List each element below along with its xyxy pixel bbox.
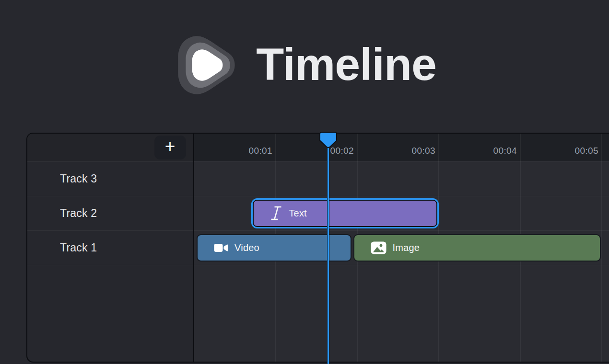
playhead-marker-icon[interactable] — [319, 132, 337, 148]
clips-layer: TextVideoImage — [27, 134, 609, 362]
clip-text[interactable]: Text — [253, 200, 437, 227]
clip-label: Video — [234, 242, 259, 253]
play-logo-icon — [173, 32, 240, 99]
timeline-panel: + Track 3Track 2Track 1 TextVideoImage 0… — [26, 133, 609, 363]
app-background: { "header": { "title": "Timeline", "logo… — [0, 0, 609, 364]
video-camera-icon — [214, 242, 228, 253]
clip-image[interactable]: Image — [353, 234, 601, 262]
column-divider — [193, 134, 195, 362]
ruler-time-label: 00:03 — [392, 134, 435, 161]
image-icon — [371, 241, 386, 254]
clip-label: Image — [393, 242, 420, 253]
page-title: Timeline — [256, 42, 436, 87]
ruler-time-label: 00:05 — [555, 134, 598, 161]
ruler-time-label: 00:01 — [229, 134, 272, 161]
app-header: Timeline — [0, 30, 609, 99]
italic-text-icon — [270, 205, 282, 221]
playhead-line — [327, 146, 329, 364]
ruler-time-label: 00:04 — [474, 134, 517, 161]
clip-label: Text — [289, 208, 306, 219]
